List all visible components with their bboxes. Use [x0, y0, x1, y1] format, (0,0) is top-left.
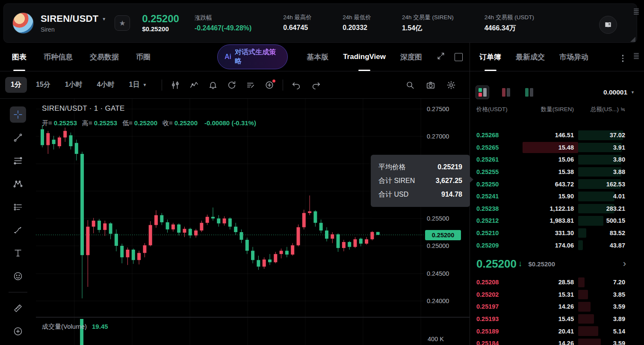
ob-layout-asks-icon[interactable]	[499, 86, 512, 99]
chart-ohlc-legend: 开=0.25253高=0.25253低=0.25200收=0.25200-0.0…	[42, 119, 256, 127]
orderbook-row[interactable]: 0.2520828.587.20	[476, 276, 625, 289]
undo-icon[interactable]	[289, 78, 304, 92]
tab-深度图[interactable]: 深度图	[400, 43, 422, 71]
candle-style-icon[interactable]	[168, 78, 183, 92]
popup-window-icon[interactable]	[455, 53, 463, 61]
ai-strategy-button[interactable]: Ai对话式生成策略	[217, 44, 288, 69]
orderbook-row[interactable]: 0.252381,122.18283.21	[476, 203, 625, 215]
header-stats: 24h 最高价0.6474524h 最低价0.2033224h 交易量 (SIR…	[269, 14, 534, 33]
price-axis-label: 0.25500	[427, 215, 449, 222]
search-icon[interactable]	[403, 78, 417, 92]
timeframe-1日[interactable]: 1日 ▼	[124, 77, 153, 93]
chart-legend-title: SIREN/USDT · 1 · GATE	[42, 104, 125, 113]
text-tool-icon[interactable]	[10, 245, 26, 261]
resize-corner-icon[interactable]	[630, 37, 635, 42]
stat-label: 24h 最高价	[283, 14, 312, 21]
mid-price-usd: $0.25200	[528, 260, 555, 268]
stat-value: 4466.34万	[484, 24, 534, 33]
pair-header: SIREN/USDT ▼ Siren ★ 0.25200 $0.25200 涨跌…	[3, 3, 637, 43]
pair-selector[interactable]: SIREN/USDT ▼	[41, 13, 106, 24]
orderbook-row[interactable]: 0.2525515.383.88	[476, 166, 625, 178]
ob-total: 5.14	[574, 328, 625, 335]
forecast-icon[interactable]	[10, 199, 26, 215]
trade-panel-icon[interactable]	[243, 78, 258, 92]
price-axis-label: 0.25000	[427, 242, 449, 249]
tab-最新成交[interactable]: 最新成交	[516, 43, 545, 71]
timeframe-15分[interactable]: 15分	[30, 77, 56, 93]
ohlc-item: 开=0.25253	[42, 119, 77, 127]
ob-total: 43.87	[574, 242, 625, 249]
redo-icon[interactable]	[309, 78, 323, 92]
ob-total: 3.80	[574, 156, 625, 163]
camera-icon[interactable]	[423, 78, 438, 92]
compare-icon[interactable]	[262, 78, 277, 92]
replay-icon[interactable]	[225, 78, 239, 92]
fib-retracement-icon[interactable]	[10, 153, 26, 169]
orderbook-row[interactable]: 0.25268146.5137.02	[476, 129, 625, 142]
orderbook-row[interactable]: 0.2519714.263.59	[476, 301, 625, 313]
panel-menu-handle-icon[interactable]	[634, 53, 639, 59]
ob-price: 0.25261	[476, 156, 528, 163]
trendline-icon[interactable]	[10, 130, 26, 146]
tab-基本版[interactable]: 基本版	[307, 43, 328, 71]
timeframe-4小时[interactable]: 4小时	[92, 77, 120, 93]
orderbook-tabbar: 订单簿最新成交市场异动	[470, 43, 644, 71]
brush-icon[interactable]	[10, 222, 26, 238]
precision-selector[interactable]: 0.00001 ▼	[603, 88, 635, 96]
ob-qty: 14.26	[528, 340, 574, 345]
zoom-in-icon[interactable]	[10, 323, 26, 339]
ruler-icon[interactable]	[10, 300, 26, 316]
chart-canvas[interactable]	[36, 99, 470, 345]
indicators-icon[interactable]	[187, 78, 201, 92]
tab-币圈[interactable]: 币圈	[136, 43, 151, 71]
orderbook-row[interactable]: 0.2524115.904.01	[476, 190, 625, 203]
orderbook-row[interactable]: 0.252121,983.81500.15	[476, 215, 625, 227]
orderbook-controls: 0.00001 ▼	[476, 84, 635, 101]
tab-交易数据[interactable]: 交易数据	[90, 43, 119, 71]
tab-图表[interactable]: 图表	[12, 43, 27, 71]
crosshair-icon[interactable]	[10, 106, 26, 123]
ai-strategy-label: 对话式生成策略	[235, 48, 281, 66]
orderbook-row[interactable]: 0.2526115.063.80	[476, 153, 625, 166]
orderbook-mid-row[interactable]: 0.25200↓ $0.25200 ›	[476, 253, 630, 274]
tooltip-label: 合计 USD	[378, 190, 408, 199]
timeframe-1小时[interactable]: 1小时	[59, 77, 88, 93]
orderbook-row[interactable]: 0.25209174.0643.87	[476, 239, 625, 251]
ob-total: 3.85	[574, 291, 625, 298]
ob-price: 0.25189	[476, 328, 528, 335]
kebab-menu-icon[interactable]	[622, 55, 624, 62]
ob-total: 3.59	[574, 303, 625, 310]
tooltip-row: 合计 SIREN3,627.25	[378, 174, 462, 188]
tab-市场异动[interactable]: 市场异动	[559, 43, 588, 71]
timeframe-1分[interactable]: 1分	[5, 77, 27, 93]
tab-订单簿[interactable]: 订单簿	[479, 43, 501, 71]
orderbook-row[interactable]: 0.2520215.313.85	[476, 289, 625, 301]
tab-币种信息[interactable]: 币种信息	[44, 43, 73, 71]
depth-hover-tooltip: 平均价格0.25219合计 SIREN3,627.25合计 USD914.78	[371, 155, 470, 207]
orderbook-row[interactable]: 0.25210331.3083.52	[476, 227, 625, 239]
favorite-button[interactable]: ★	[115, 15, 130, 31]
tooltip-value: 914.78	[441, 191, 462, 198]
ob-qty: 15.90	[528, 193, 574, 200]
emoji-icon[interactable]	[10, 268, 26, 284]
approx-toggle[interactable]: ≒	[620, 106, 625, 112]
orderbook-toggle-button[interactable]	[599, 16, 617, 34]
chevron-right-icon[interactable]: ›	[623, 258, 626, 269]
orderbook-row[interactable]: 0.2519315.453.89	[476, 313, 625, 325]
tab-TradingView[interactable]: TradingView	[343, 43, 386, 71]
orderbook-row[interactable]: 0.2518414.263.59	[476, 337, 625, 345]
ai-icon: Ai	[225, 53, 231, 61]
orderbook-row[interactable]: 0.2518920.415.14	[476, 325, 625, 337]
ob-layout-bids-icon[interactable]	[523, 86, 535, 99]
ob-layout-both-icon[interactable]	[476, 86, 489, 99]
expand-icon[interactable]	[437, 52, 445, 62]
stat-label: 24h 交易额 (USDT)	[484, 14, 534, 21]
alert-icon[interactable]	[206, 78, 220, 92]
orderbook-row[interactable]: 0.25250643.72162.53	[476, 178, 625, 190]
star-icon: ★	[119, 19, 126, 28]
orderbook-row[interactable]: 0.2526515.483.91	[476, 142, 625, 154]
xabcd-pattern-icon[interactable]	[10, 176, 26, 192]
settings-gear-icon[interactable]	[444, 78, 458, 92]
current-price-axis-badge: 0.25200	[425, 230, 461, 240]
menu-handle-icon[interactable]	[634, 9, 639, 15]
